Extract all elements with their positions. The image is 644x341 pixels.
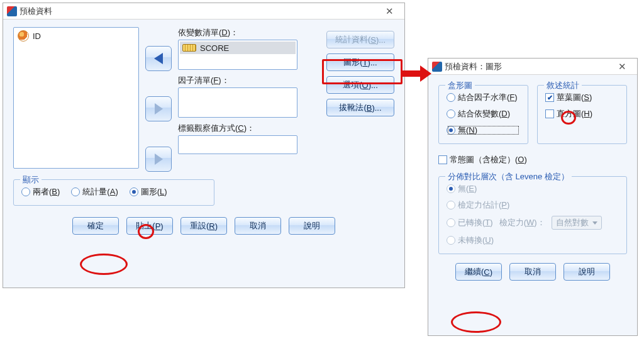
arrow-right-icon	[155, 103, 163, 115]
nominal-icon	[18, 30, 29, 42]
paste-button[interactable]: 貼上(P)	[126, 217, 173, 235]
ok-button[interactable]: 確定	[72, 217, 119, 235]
cancel-button[interactable]: 取消	[235, 217, 281, 235]
boxplot-group: 盒形圖 結合因子水準(F) 結合依變數(D) 無(N)	[438, 85, 528, 144]
display-plots-radio[interactable]: 圖形(L)	[130, 186, 167, 198]
boxplot-legend: 盒形圖	[445, 80, 475, 91]
variable-item[interactable]: ID	[18, 30, 135, 42]
reset-button[interactable]: 重設(R)	[180, 217, 227, 235]
histogram-checkbox[interactable]: 直方圖(H)	[545, 108, 619, 120]
spread-vs-level-group: 分佈對比層次（含 Levene 檢定） 無(E) 檢定力估計(P) 已轉換(T)	[438, 176, 627, 254]
arrow-left-icon	[154, 53, 163, 64]
stem-leaf-checkbox[interactable]: ✔ 莖葉圖(S)	[545, 92, 619, 103]
move-to-label-button[interactable]	[145, 147, 172, 172]
spread-power-radio: 檢定力估計(P)	[447, 199, 619, 211]
plots-dialog: 預檢資料：圖形 ✕ 盒形圖 結合因子水準(F) 結合依變數(D)	[428, 58, 638, 336]
boxplot-none-radio[interactable]: 無(N)	[447, 125, 520, 136]
cancel-button[interactable]: 取消	[509, 263, 556, 281]
move-to-factor-button[interactable]	[145, 96, 172, 121]
continue-button[interactable]: 繼續(C)	[455, 263, 502, 281]
move-buttons	[145, 27, 172, 172]
close-icon[interactable]: ✕	[378, 6, 401, 17]
boxplot-dependents-radio[interactable]: 結合依變數(D)	[447, 108, 520, 120]
arrow-right-icon	[155, 154, 163, 165]
statistics-button[interactable]: 統計資料(S)...	[326, 31, 394, 48]
descriptive-legend: 敘述統計	[544, 80, 582, 91]
dependent-item-label: SCORE	[200, 43, 229, 53]
power-select: 自然對數	[552, 216, 602, 230]
display-both-radio[interactable]: 兩者(B)	[21, 186, 60, 198]
spread-none-radio: 無(E)	[447, 183, 619, 194]
dialog-buttons: 確定 貼上(P) 重設(R) 取消 說明	[13, 217, 394, 235]
bootstrap-button[interactable]: 拔靴法(B)...	[326, 99, 394, 116]
titlebar: 預檢資料：圖形 ✕	[428, 59, 637, 75]
plots-button[interactable]: 圖形(T)...	[326, 53, 394, 71]
spread-legend: 分佈對比層次（含 Levene 檢定）	[445, 171, 572, 182]
display-legend: 顯示	[20, 174, 42, 186]
window-title: 預檢資料	[17, 6, 378, 17]
explore-dialog: 預檢資料 ✕ ID	[3, 3, 405, 288]
label-cases-list[interactable]	[178, 135, 297, 154]
chevron-down-icon	[592, 221, 597, 225]
options-button[interactable]: 選項(O)...	[326, 76, 394, 94]
source-variable-list[interactable]: ID	[13, 27, 139, 169]
scale-icon	[182, 44, 196, 52]
display-group: 顯示 兩者(B) 統計量(A) 圖形(L)	[13, 179, 214, 206]
spread-untransformed-radio: 未轉換(U)	[447, 235, 619, 246]
label-cases-label: 標籤觀察值方式(C)：	[178, 123, 318, 134]
display-statistics-radio[interactable]: 統計量(A)	[71, 186, 118, 198]
spread-transformed-radio: 已轉換(T)	[447, 217, 493, 228]
titlebar: 預檢資料 ✕	[3, 3, 404, 20]
window-title: 預檢資料：圖形	[442, 61, 611, 72]
normality-checkbox[interactable]: 常態圖（含檢定）(O)	[438, 154, 527, 165]
factor-list[interactable]	[178, 87, 297, 118]
help-button[interactable]: 說明	[564, 263, 610, 281]
app-icon	[7, 6, 17, 16]
help-button[interactable]: 說明	[289, 217, 335, 235]
list-item[interactable]: SCORE	[180, 42, 296, 54]
boxplot-factor-radio[interactable]: 結合因子水準(F)	[447, 92, 520, 103]
descriptive-group: 敘述統計 ✔ 莖葉圖(S) 直方圖(H)	[537, 85, 627, 144]
power-label: 檢定力(W)：	[499, 217, 545, 228]
dependent-list-label: 依變數清單(D)：	[178, 27, 318, 38]
move-to-dependent-button[interactable]	[145, 46, 172, 71]
variable-label: ID	[33, 31, 41, 41]
factor-list-label: 因子清單(F)：	[178, 75, 318, 86]
close-icon[interactable]: ✕	[611, 61, 633, 72]
dependent-list[interactable]: SCORE	[178, 40, 297, 70]
app-icon	[432, 62, 442, 72]
dialog-buttons: 繼續(C) 取消 說明	[438, 263, 627, 281]
